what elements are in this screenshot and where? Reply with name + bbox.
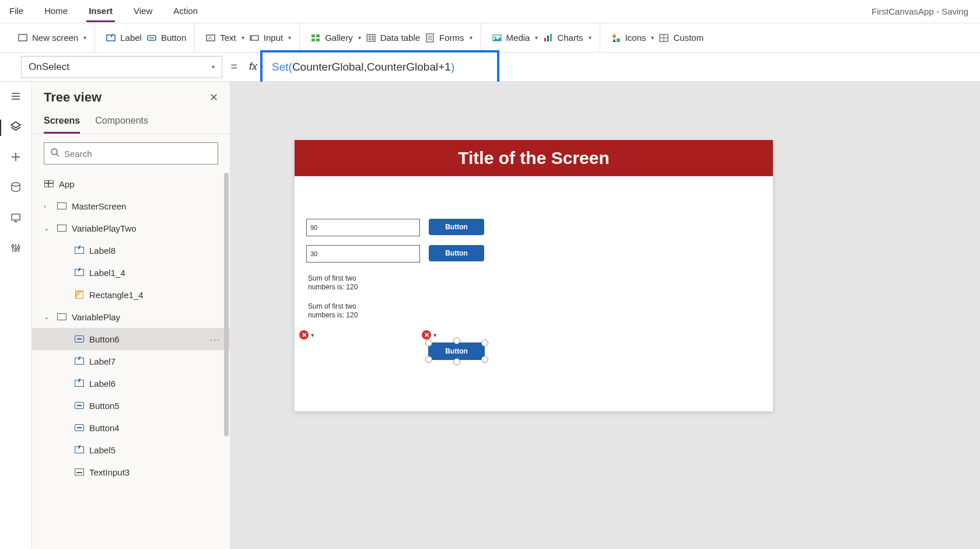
svg-rect-1 xyxy=(107,35,115,41)
tree-item-rectangle1_4[interactable]: Rectangle1_4··· xyxy=(32,284,230,306)
error-icon[interactable]: ✕ xyxy=(422,330,431,340)
ribbon-label[interactable]: Label xyxy=(106,33,142,43)
rail-monitor-button[interactable] xyxy=(9,212,23,226)
svg-rect-40 xyxy=(12,214,20,220)
ribbon-button[interactable]: Button xyxy=(146,33,186,43)
formula-token-fn: Set xyxy=(272,61,289,74)
rail-plus-button[interactable] xyxy=(9,151,23,165)
ribbon-gallery[interactable]: Gallery▾ xyxy=(310,33,361,43)
rail-layers-button[interactable] xyxy=(9,121,23,135)
menu-tab-home[interactable]: Home xyxy=(42,1,70,22)
rail-hamburger-button[interactable] xyxy=(9,90,23,104)
rail-data-button[interactable] xyxy=(9,181,23,195)
more-icon[interactable]: ··· xyxy=(209,334,220,344)
tree-item-label6[interactable]: Label6··· xyxy=(32,372,230,394)
screen-canvas[interactable]: Title of the Screen 90 Button 30 Button … xyxy=(295,140,773,411)
chevron-down-icon[interactable]: ▾ xyxy=(433,331,437,339)
tree-item-label1_4[interactable]: Label1_4··· xyxy=(32,261,230,284)
close-icon[interactable]: ✕ xyxy=(209,91,218,104)
ribbon-text[interactable]: AText▾ xyxy=(205,33,244,43)
tree-item-button6[interactable]: Button6··· xyxy=(32,328,230,350)
svg-line-50 xyxy=(57,154,59,156)
tree-item-variableplaytwo[interactable]: ⌄VariablePlayTwo··· xyxy=(32,217,230,239)
text-input-1[interactable]: 90 xyxy=(306,219,420,236)
tree-item-label5[interactable]: Label5··· xyxy=(32,439,230,461)
rail-settings-button[interactable] xyxy=(9,242,23,256)
svg-point-39 xyxy=(12,183,20,186)
textinput-icon xyxy=(74,467,85,477)
ribbon-label: Gallery xyxy=(325,33,353,43)
chevron-down-icon[interactable]: ▾ xyxy=(311,331,314,339)
ribbon-label: Input xyxy=(264,33,283,43)
tree-item-label8[interactable]: Label8··· xyxy=(32,239,230,261)
canvas-button-selected[interactable]: Button xyxy=(429,343,484,359)
svg-point-46 xyxy=(12,245,14,247)
selection-handle[interactable] xyxy=(481,340,488,347)
ribbon-media[interactable]: Media▾ xyxy=(492,33,538,43)
button-icon xyxy=(74,334,85,344)
tree-item-button5[interactable]: Button5··· xyxy=(32,394,230,417)
ribbon-charts[interactable]: Charts▾ xyxy=(542,33,591,43)
main-area: Tree view ✕ ScreensComponents App···›Mas… xyxy=(0,82,980,549)
ribbon-input[interactable]: Input▾ xyxy=(249,33,291,43)
forms-icon xyxy=(425,33,435,43)
text-icon: A xyxy=(205,33,216,43)
ribbon-label: Icons xyxy=(625,33,646,43)
button-icon xyxy=(74,422,85,433)
menu-tab-action[interactable]: Action xyxy=(171,1,200,22)
expand-arrow-icon[interactable]: ⌄ xyxy=(44,313,52,321)
tree-item-textinput3[interactable]: TextInput3··· xyxy=(32,461,230,483)
ribbon-forms[interactable]: Forms▾ xyxy=(425,33,473,43)
canvas-button-1[interactable]: Button xyxy=(429,219,484,235)
canvas-button-2[interactable]: Button xyxy=(429,245,484,261)
canvas-area[interactable]: Title of the Screen 90 Button 30 Button … xyxy=(230,82,980,549)
tree-item-label7[interactable]: Label7··· xyxy=(32,350,230,372)
hamburger-icon xyxy=(10,90,22,104)
svg-point-49 xyxy=(51,149,57,155)
canvas-label-1[interactable]: Sum of first two numbers is: 120 xyxy=(308,274,358,292)
tree-search[interactable] xyxy=(44,142,218,165)
selection-handle[interactable] xyxy=(425,356,432,363)
fx-button[interactable]: fx ▾ xyxy=(246,61,266,73)
svg-rect-11 xyxy=(312,39,315,41)
tree-list[interactable]: App···›MasterScreen···⌄VariablePlayTwo··… xyxy=(32,173,230,549)
text-input-2[interactable]: 30 xyxy=(306,245,420,263)
ribbon-new-screen[interactable]: New screen▾ xyxy=(18,33,86,43)
datatable-icon xyxy=(366,33,376,43)
tree-tab-components[interactable]: Components xyxy=(95,112,148,134)
chevron-down-icon: ▾ xyxy=(470,34,473,41)
ribbon-data-table[interactable]: Data table xyxy=(366,33,420,43)
menu-tab-insert[interactable]: Insert xyxy=(86,1,115,22)
expand-arrow-icon[interactable]: › xyxy=(44,202,52,209)
menu-tab-view[interactable]: View xyxy=(131,1,155,22)
screen-title[interactable]: Title of the Screen xyxy=(295,140,773,176)
selection-handle[interactable] xyxy=(481,356,488,363)
selection-handle[interactable] xyxy=(453,358,460,365)
scrollbar[interactable] xyxy=(224,173,229,436)
svg-rect-26 xyxy=(550,34,552,41)
tree-item-label: Label6 xyxy=(89,379,116,389)
selection-handle[interactable] xyxy=(453,337,460,344)
svg-rect-10 xyxy=(316,34,320,37)
tree-item-app[interactable]: App··· xyxy=(32,173,230,195)
error-icon[interactable]: ✕ xyxy=(299,330,309,340)
ribbon-icons[interactable]: Icons▾ xyxy=(611,33,654,43)
canvas-label-2[interactable]: Sum of first two numbers is: 120 xyxy=(308,302,358,320)
tree-item-variableplay[interactable]: ⌄VariablePlay··· xyxy=(32,306,230,328)
tree-item-masterscreen[interactable]: ›MasterScreen··· xyxy=(32,195,230,217)
svg-rect-24 xyxy=(544,38,546,41)
search-icon xyxy=(50,148,60,159)
ribbon-custom[interactable]: Custom xyxy=(659,33,704,43)
svg-marker-29 xyxy=(612,39,616,42)
formula-input[interactable]: Set(CounterGlobal, CounterGlobal + 1) xyxy=(266,56,980,78)
selection-handle[interactable] xyxy=(425,340,432,347)
property-dropdown[interactable]: OnSelect ▾ xyxy=(21,56,222,78)
tree-tab-screens[interactable]: Screens xyxy=(44,112,80,134)
menu-tab-file[interactable]: File xyxy=(7,1,26,22)
expand-arrow-icon[interactable]: ⌄ xyxy=(44,225,52,232)
tree-search-input[interactable] xyxy=(64,149,212,159)
tree-item-button4[interactable]: Button4··· xyxy=(32,417,230,439)
layers-icon xyxy=(10,121,22,135)
ribbon-group: AText▾Input▾ xyxy=(197,23,300,52)
fx-label: fx xyxy=(249,61,257,73)
